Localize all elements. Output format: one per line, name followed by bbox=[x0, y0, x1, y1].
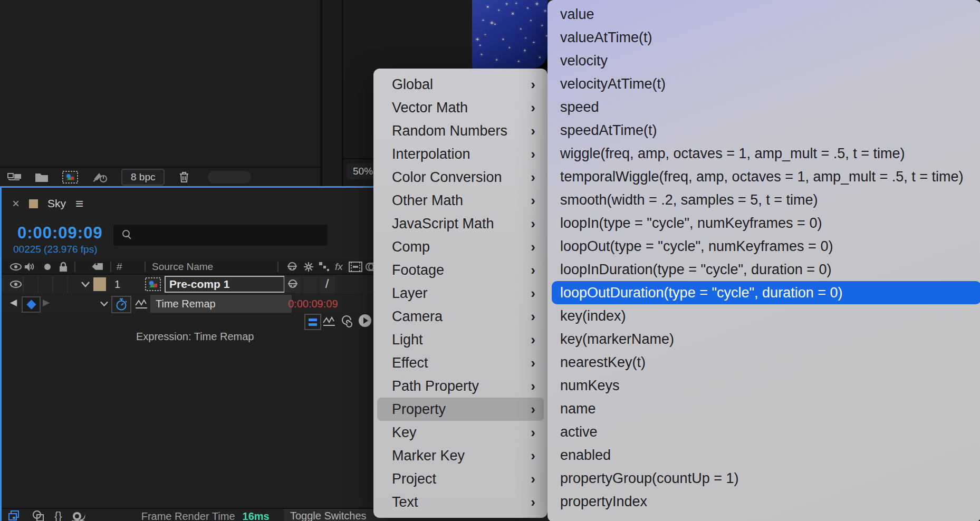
submenu-item-smooth[interactable]: smooth(width = .2, samples = 5, t = time… bbox=[547, 188, 980, 211]
submenu-chevron-icon: › bbox=[531, 100, 535, 116]
menu-item-light[interactable]: Light› bbox=[377, 328, 544, 351]
submenu-item-valueAtTime[interactable]: valueAtTime(t) bbox=[547, 26, 980, 49]
layer-label-swatch[interactable] bbox=[93, 277, 106, 291]
menu-item-property[interactable]: Property› bbox=[377, 398, 544, 421]
graph-editor-set-icon[interactable] bbox=[134, 298, 148, 309]
submenu-chevron-icon: › bbox=[531, 239, 535, 255]
expression-language-menu-button[interactable] bbox=[358, 314, 372, 327]
menu-item-project[interactable]: Project› bbox=[377, 467, 544, 490]
submenu-item-speed[interactable]: speed bbox=[547, 95, 980, 119]
star-sparkle: + bbox=[530, 20, 531, 22]
trash-icon[interactable] bbox=[178, 171, 190, 184]
property-value[interactable]: 0:00:09:09 bbox=[288, 298, 338, 310]
menu-item-javascript-math[interactable]: JavaScript Math› bbox=[377, 212, 544, 235]
frame-rate-info: 00225 (23.976 fps) bbox=[13, 244, 98, 255]
prev-keyframe-icon[interactable]: ◀ bbox=[10, 297, 17, 308]
gpu-acceleration-icon[interactable] bbox=[92, 171, 108, 184]
property-name[interactable]: Time Remap bbox=[150, 295, 292, 313]
layer-frameblend-switch[interactable] bbox=[303, 276, 317, 293]
menu-item-effect[interactable]: Effect› bbox=[377, 351, 544, 374]
menu-item-global[interactable]: Global› bbox=[377, 73, 544, 96]
column-divider bbox=[277, 262, 278, 272]
new-composition-icon[interactable] bbox=[62, 171, 78, 184]
submenu-item-wiggle[interactable]: wiggle(freq, amp, octaves = 1, amp_mult … bbox=[547, 142, 980, 165]
comp-color-swatch bbox=[29, 199, 38, 208]
timeline-search-input[interactable] bbox=[113, 225, 328, 246]
next-keyframe-icon[interactable]: ▶ bbox=[43, 297, 50, 308]
pick-whip-icon[interactable] bbox=[340, 315, 353, 327]
menu-item-path-property[interactable]: Path Property› bbox=[377, 374, 544, 398]
submenu-item-velocityAtTime[interactable]: velocityAtTime(t) bbox=[547, 72, 980, 95]
render-snail-icon[interactable] bbox=[71, 510, 87, 521]
scrollbar-pill[interactable] bbox=[208, 171, 251, 184]
menu-item-key[interactable]: Key› bbox=[377, 421, 544, 444]
render-queue-icon[interactable] bbox=[7, 171, 21, 183]
effects-column-icon: fx bbox=[335, 261, 343, 273]
menu-item-vector-math[interactable]: Vector Math› bbox=[377, 96, 544, 119]
timeline-tab-bar: × Sky ≡ bbox=[2, 190, 381, 217]
submenu-item-loopOut[interactable]: loopOut(type = "cycle", numKeyframes = 0… bbox=[547, 235, 980, 258]
label-column-icon bbox=[92, 261, 105, 273]
toggle-switches-label: Toggle Switches bbox=[290, 510, 367, 521]
submenu-item-enabled[interactable]: enabled bbox=[547, 443, 980, 467]
submenu-item-nearestKey[interactable]: nearestKey(t) bbox=[547, 351, 980, 374]
keyframe-diamond-icon bbox=[26, 300, 36, 309]
bit-depth-button[interactable]: 8 bpc bbox=[121, 169, 165, 186]
star-sparkle: + bbox=[502, 39, 503, 41]
submenu-item-active[interactable]: active bbox=[547, 420, 980, 443]
layer-visibility-eye-icon[interactable] bbox=[10, 281, 22, 288]
blend-modes-icon[interactable] bbox=[32, 510, 45, 521]
menu-item-layer[interactable]: Layer› bbox=[377, 282, 544, 305]
comp-mini-flowchart-icon[interactable] bbox=[8, 510, 22, 521]
menu-item-other-math[interactable]: Other Math› bbox=[377, 189, 544, 212]
star-sparkle: + bbox=[479, 44, 481, 46]
column-divider bbox=[145, 262, 146, 272]
menu-item-comp[interactable]: Comp› bbox=[377, 235, 544, 258]
menu-item-label: Light bbox=[392, 332, 531, 348]
menu-item-random-numbers[interactable]: Random Numbers› bbox=[377, 119, 544, 142]
new-folder-icon[interactable] bbox=[35, 172, 49, 182]
layer-name[interactable]: Pre-comp 1 bbox=[165, 276, 285, 293]
submenu-item-key[interactable]: key(index) bbox=[547, 304, 980, 327]
tab-title[interactable]: Sky bbox=[47, 197, 66, 210]
expression-enable-button[interactable] bbox=[304, 314, 321, 330]
submenu-item-numKeys[interactable]: numKeys bbox=[547, 374, 980, 397]
close-tab-icon[interactable]: × bbox=[12, 196, 20, 211]
submenu-item-propertyGroup[interactable]: propertyGroup(countUp = 1) bbox=[547, 467, 980, 490]
submenu-item-propertyIndex[interactable]: propertyIndex bbox=[547, 490, 980, 513]
menu-item-interpolation[interactable]: Interpolation› bbox=[377, 142, 544, 166]
keyframe-toggle-box[interactable] bbox=[22, 296, 41, 313]
submenu-item-loopOutDuration[interactable]: loopOutDuration(type = "cycle", duration… bbox=[552, 281, 980, 304]
menu-item-camera[interactable]: Camera› bbox=[377, 305, 544, 328]
submenu-item-name[interactable]: name bbox=[547, 397, 980, 420]
panel-menu-icon[interactable]: ≡ bbox=[75, 196, 83, 212]
submenu-item-velocity[interactable]: velocity bbox=[547, 49, 980, 72]
menu-item-label: Interpolation bbox=[392, 146, 531, 162]
submenu-chevron-icon: › bbox=[531, 216, 535, 232]
submenu-chevron-icon: › bbox=[531, 355, 535, 371]
menu-item-color-conversion[interactable]: Color Conversion› bbox=[377, 166, 544, 189]
menu-item-label: Property bbox=[392, 401, 531, 418]
expressions-braces-icon[interactable]: {} bbox=[54, 509, 62, 521]
menu-item-footage[interactable]: Footage› bbox=[377, 258, 544, 282]
source-name-column-label[interactable]: Source Name bbox=[152, 261, 213, 273]
layer-expand-chevron-icon[interactable] bbox=[81, 281, 90, 287]
submenu-item-key[interactable]: key(markerName) bbox=[547, 327, 980, 351]
submenu-item-loopInDuration[interactable]: loopInDuration(type = "cycle", duration … bbox=[547, 258, 980, 281]
audio-column-icon bbox=[24, 262, 34, 272]
menu-item-label: Text bbox=[392, 494, 531, 510]
current-time-display[interactable]: 0:00:09:09 bbox=[17, 224, 103, 243]
layer-quality-switch[interactable]: / bbox=[319, 276, 335, 293]
submenu-item-loopIn[interactable]: loopIn(type = "cycle", numKeyframes = 0) bbox=[547, 211, 980, 235]
submenu-item-speedAtTime[interactable]: speedAtTime(t) bbox=[547, 119, 980, 142]
menu-item-text[interactable]: Text› bbox=[377, 490, 544, 514]
menu-item-marker-key[interactable]: Marker Key› bbox=[377, 444, 544, 467]
property-expand-chevron-icon[interactable] bbox=[100, 301, 109, 307]
expression-graph-icon[interactable] bbox=[322, 315, 336, 327]
submenu-item-value[interactable]: value bbox=[547, 3, 980, 26]
layer-shy-switch[interactable] bbox=[284, 276, 301, 293]
menu-item-label: Footage bbox=[392, 262, 531, 278]
stopwatch-box[interactable] bbox=[111, 296, 131, 313]
submenu-item-temporalWiggle[interactable]: temporalWiggle(freq, amp, octaves = 1, a… bbox=[547, 165, 980, 188]
submenu-chevron-icon: › bbox=[531, 123, 535, 139]
